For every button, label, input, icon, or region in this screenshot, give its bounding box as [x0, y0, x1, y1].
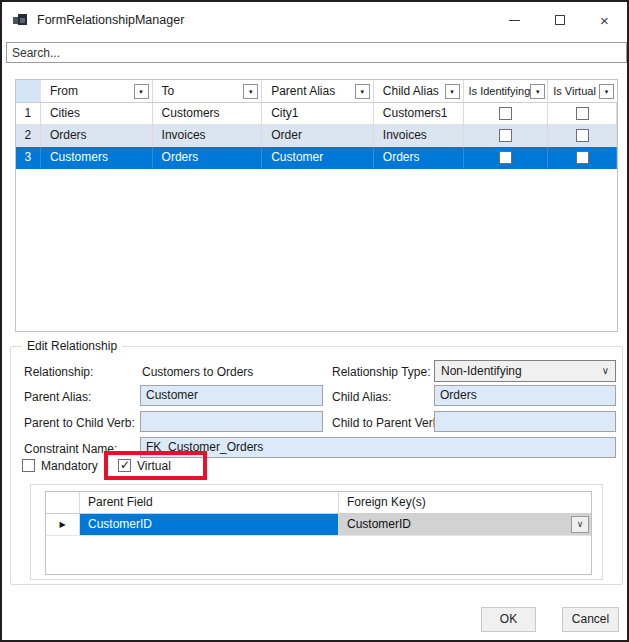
child-to-parent-verb-field[interactable]	[434, 411, 616, 432]
column-header-parent-field[interactable]: Parent Field	[80, 492, 339, 513]
form-relationship-manager-window: FormRelationshipManager × From ▾ To ▾ Pa…	[0, 0, 629, 642]
table-row[interactable]: 1 Cities Customers City1 Customers1	[16, 103, 617, 125]
minimize-icon	[509, 20, 520, 21]
column-header-from[interactable]: From ▾	[41, 80, 153, 102]
row-header[interactable]: 3	[16, 147, 41, 169]
window-title: FormRelationshipManager	[37, 13, 184, 27]
chevron-down-icon: ∨	[577, 519, 584, 529]
field-grid-header-row: Parent Field Foreign Key(s)	[46, 492, 591, 514]
field-mapping-grid: Parent Field Foreign Key(s) ▶ CustomerID…	[45, 491, 592, 575]
mandatory-label: Mandatory	[41, 459, 98, 473]
close-icon: ×	[600, 13, 609, 28]
filter-dropdown-button[interactable]: ▾	[243, 84, 258, 99]
is-virtual-checkbox[interactable]	[576, 129, 589, 142]
red-highlight-annotation	[104, 451, 207, 480]
parent-alias-field[interactable]: Customer	[140, 385, 323, 406]
is-identifying-checkbox[interactable]	[499, 129, 512, 142]
field-grid-corner-cell[interactable]	[46, 492, 80, 513]
relationship-type-label: Relationship Type:	[332, 365, 431, 379]
foreign-key-cell[interactable]: CustomerID ∨	[339, 514, 591, 535]
child-to-parent-verb-label: Child to Parent Verb:	[332, 416, 443, 430]
minimize-button[interactable]	[492, 2, 537, 38]
chevron-down-icon: ▾	[536, 88, 540, 95]
filter-dropdown-button[interactable]: ▾	[355, 84, 370, 99]
filter-dropdown-button[interactable]: ▾	[134, 84, 149, 99]
close-button[interactable]: ×	[582, 2, 627, 38]
relationship-value: Customers to Orders	[142, 365, 253, 379]
row-header[interactable]: 2	[16, 125, 41, 147]
filter-dropdown-button[interactable]: ▾	[599, 84, 614, 99]
foreign-key-dropdown-button[interactable]: ∨	[571, 516, 589, 533]
parent-alias-label: Parent Alias:	[24, 390, 91, 404]
table-row[interactable]: 2 Orders Invoices Order Invoices	[16, 125, 617, 147]
relationship-label: Relationship:	[24, 365, 93, 379]
is-identifying-checkbox[interactable]	[499, 151, 512, 164]
maximize-icon	[555, 15, 565, 25]
table-row-selected[interactable]: 3 Customers Orders Customer Orders	[16, 147, 617, 169]
title-bar: FormRelationshipManager ×	[2, 2, 627, 38]
chevron-down-icon: ▾	[605, 88, 609, 95]
relationship-type-select[interactable]: Non-Identifying ∨	[434, 360, 616, 382]
maximize-button[interactable]	[537, 2, 582, 38]
is-identifying-checkbox[interactable]	[499, 107, 512, 120]
field-grid-row[interactable]: ▶ CustomerID CustomerID ∨	[46, 514, 591, 536]
app-icon	[13, 14, 29, 27]
child-alias-field[interactable]: Orders	[434, 385, 616, 406]
parent-to-child-verb-label: Parent to Child Verb:	[24, 416, 135, 430]
is-virtual-checkbox[interactable]	[576, 151, 589, 164]
groupbox-label: Edit Relationship	[22, 339, 122, 353]
parent-field-cell[interactable]: CustomerID	[80, 514, 339, 535]
cancel-button[interactable]: Cancel	[562, 607, 619, 632]
column-header-is-virtual[interactable]: Is Virtual ▾	[548, 80, 617, 102]
row-header[interactable]: 1	[16, 103, 41, 125]
grid-corner-cell[interactable]	[16, 80, 41, 102]
search-input[interactable]	[6, 42, 627, 63]
mandatory-checkbox[interactable]	[22, 459, 35, 472]
chevron-down-icon: ▾	[450, 88, 454, 95]
is-virtual-checkbox[interactable]	[576, 107, 589, 120]
constraint-name-field[interactable]: FK_Customer_Orders	[140, 437, 616, 458]
grid-header-row: From ▾ To ▾ Parent Alias ▾ Child Alias ▾…	[16, 80, 617, 103]
chevron-down-icon: ▾	[139, 88, 143, 95]
current-row-indicator: ▶	[46, 514, 80, 535]
column-header-child-alias[interactable]: Child Alias ▾	[374, 80, 464, 102]
chevron-down-icon: ▾	[249, 88, 253, 95]
column-header-foreign-keys[interactable]: Foreign Key(s)	[339, 492, 591, 513]
relationships-grid: From ▾ To ▾ Parent Alias ▾ Child Alias ▾…	[15, 79, 618, 332]
row-pointer-icon: ▶	[59, 520, 65, 529]
filter-dropdown-button[interactable]: ▾	[530, 84, 545, 99]
filter-dropdown-button[interactable]: ▾	[445, 84, 460, 99]
ok-button[interactable]: OK	[481, 607, 536, 632]
column-header-to[interactable]: To ▾	[153, 80, 263, 102]
parent-to-child-verb-field[interactable]	[140, 411, 323, 432]
column-header-is-identifying[interactable]: Is Identifying ▾	[464, 80, 549, 102]
child-alias-label: Child Alias:	[332, 390, 391, 404]
window-controls: ×	[492, 2, 627, 38]
column-header-parent-alias[interactable]: Parent Alias ▾	[262, 80, 374, 102]
chevron-down-icon: ▾	[361, 88, 365, 95]
chevron-down-icon: ∨	[602, 361, 609, 381]
